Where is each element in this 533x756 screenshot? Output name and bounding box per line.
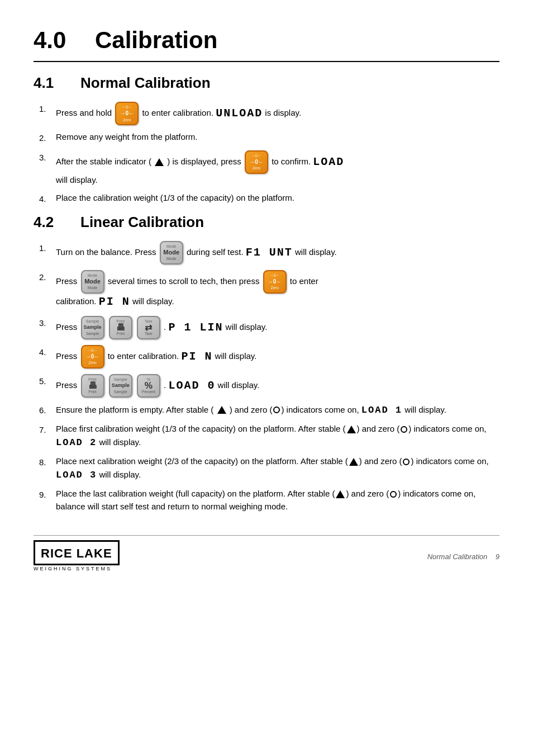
lcd-pin-2: PI N: [181, 350, 212, 363]
linear-cal-step-9: 9. Place the last calibration weight (fu…: [34, 488, 499, 513]
linear-cal-step-1: 1. Turn on the balance. Press Mode Mode …: [34, 241, 499, 264]
sample-button-2[interactable]: Sample Sample Sample: [109, 374, 132, 398]
stable-tri-icon-3: [349, 458, 358, 466]
lcd-unload: UNLOAD: [216, 107, 263, 120]
lcd-f1unt: F1 UNT: [246, 246, 293, 259]
section-4-1-num: 4.1: [34, 72, 67, 94]
lcd-p1lin: P 1 LIN: [168, 321, 223, 334]
print-button-2[interactable]: Print 🖶 Print: [81, 374, 104, 398]
lcd-load2: LOAD 2: [56, 437, 97, 448]
linear-cal-step-7: 7. Place first calibration weight (1/3 o…: [34, 423, 499, 450]
lcd-load0: LOAD 0: [168, 379, 215, 392]
stable-tri-icon-4: [336, 490, 345, 498]
sample-button[interactable]: Sample Sample Sample: [81, 316, 104, 339]
normal-cal-step-1: 1. Press and hold →0← →0← Zero to enter …: [34, 102, 499, 125]
lcd-pin: PI N: [99, 295, 130, 308]
linear-cal-step-6: 6. Ensure the platform is empty. After s…: [34, 403, 499, 418]
mode-button-2[interactable]: Mode Mode Mode: [81, 270, 104, 294]
stable-tri-icon-2: [347, 426, 356, 433]
linear-cal-list: 1. Turn on the balance. Press Mode Mode …: [34, 241, 499, 513]
footer-right: Normal Calibration 9: [427, 551, 499, 563]
lcd-load1: LOAD 1: [361, 405, 402, 415]
tare-button[interactable]: Tare ⇄ Tare: [137, 316, 160, 339]
footer-logo: RICE LAKE WEIGHING SYSTEMS: [34, 540, 120, 573]
normal-cal-step-4: 4. Place the calibration weight (1/3 of …: [34, 192, 499, 206]
percent-button[interactable]: % % Percent: [137, 374, 160, 398]
zero-button-2[interactable]: →0← →0← Zero: [245, 150, 268, 174]
stable-tri-icon: [217, 406, 226, 414]
linear-cal-step-5: 5. Press Print 🖶 Print Sample Sample Sam…: [34, 374, 499, 398]
linear-cal-step-8: 8. Place next calibration weight (2/3 of…: [34, 455, 499, 482]
section-4-2-num: 4.2: [34, 211, 67, 233]
page-title: 4.0 Calibration: [34, 22, 499, 62]
linear-cal-step-2: 2. Press Mode Mode Mode several times to…: [34, 270, 499, 310]
lcd-load3: LOAD 3: [56, 470, 97, 480]
zero-button[interactable]: →0← →0← Zero: [115, 102, 139, 125]
zero-button-3[interactable]: →0← →0← Zero: [263, 270, 287, 294]
section-4-2-title: Linear Calibration: [80, 211, 204, 233]
zero-circle-icon-2: [401, 426, 407, 433]
section-4-2-header: 4.2 Linear Calibration: [34, 211, 499, 233]
footer-page-num: 9: [496, 552, 499, 561]
step-content: Press and hold →0← →0← Zero to enter cal…: [56, 102, 499, 125]
normal-cal-step-2: 2. Remove any weight from the platform.: [34, 131, 499, 145]
linear-cal-step-3: 3. Press Sample Sample Sample Print 🖶 Pr…: [34, 316, 499, 339]
mode-button[interactable]: Mode Mode Mode: [160, 241, 183, 264]
print-button[interactable]: Print 🖶 Print: [109, 316, 132, 339]
normal-cal-step-3: 3. After the stable indicator ( ) is dis…: [34, 150, 499, 187]
zero-circle-icon-3: [403, 459, 410, 465]
footer: RICE LAKE WEIGHING SYSTEMS Normal Calibr…: [34, 535, 499, 573]
linear-cal-step-4: 4. Press →0← →0← Zero to enter calibrati…: [34, 345, 499, 368]
lcd-load: LOAD: [313, 155, 344, 168]
zero-circle-icon-4: [390, 491, 397, 498]
section-4-1-title: Normal Calibration: [80, 72, 211, 94]
main-section-num: 4.0: [34, 22, 78, 58]
main-section-title: Calibration: [95, 22, 217, 58]
logo-sub: WEIGHING SYSTEMS: [34, 565, 112, 573]
section-4-1-header: 4.1 Normal Calibration: [34, 72, 499, 94]
step-num: 1.: [39, 102, 56, 116]
stable-indicator-icon: [155, 158, 164, 166]
zero-button-4[interactable]: →0← →0← Zero: [81, 345, 104, 368]
normal-cal-list: 1. Press and hold →0← →0← Zero to enter …: [34, 102, 499, 206]
logo-name: RICE LAKE: [41, 546, 112, 560]
zero-circle-icon: [273, 407, 280, 413]
footer-page-label: Normal Calibration: [427, 552, 488, 561]
